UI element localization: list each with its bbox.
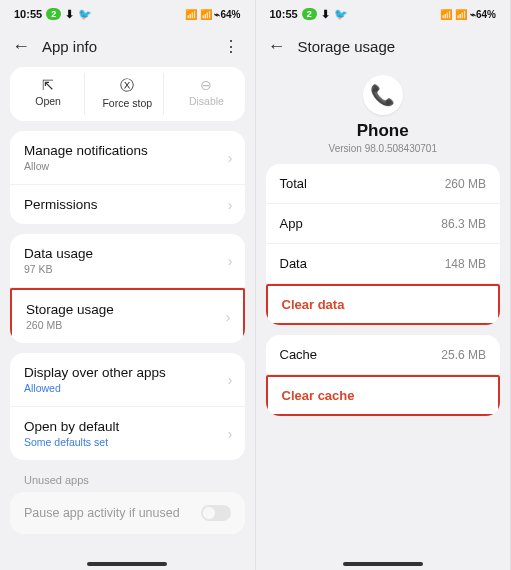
storage-usage-label: Storage usage — [26, 302, 229, 317]
back-icon[interactable]: ← — [12, 36, 30, 57]
open-by-default-sub: Some defaults set — [24, 436, 231, 448]
data-usage-label: Data usage — [24, 246, 231, 261]
notification-badge: 2 — [302, 8, 317, 20]
page-title: Storage usage — [298, 38, 499, 55]
download-icon: ⬇ — [65, 8, 74, 21]
storage-header: ← Storage usage — [256, 28, 511, 67]
disable-button: ⊖ Disable — [170, 73, 242, 115]
page-title: App info — [42, 38, 211, 55]
notifications-card: Manage notifications Allow › Permissions… — [10, 131, 245, 224]
chevron-right-icon: › — [226, 309, 231, 325]
force-stop-icon: ⓧ — [91, 77, 163, 95]
download-icon: ⬇ — [321, 8, 330, 21]
clear-data-highlight: Clear data — [266, 284, 501, 325]
status-time: 10:55 — [270, 8, 298, 20]
cache-row: Cache 25.6 MB — [266, 335, 501, 375]
usage-card: Data usage 97 KB › Storage usage 260 MB … — [10, 234, 245, 343]
total-value: 260 MB — [445, 177, 486, 191]
storage-usage-item[interactable]: Storage usage 260 MB › — [10, 288, 245, 343]
force-stop-label: Force stop — [102, 97, 152, 109]
permissions-item[interactable]: Permissions › — [10, 185, 245, 224]
app-name: Phone — [266, 121, 501, 141]
twitter-icon: 🐦 — [78, 8, 92, 21]
force-stop-button[interactable]: ⓧ Force stop — [91, 73, 164, 115]
clear-cache-button[interactable]: Clear cache — [268, 377, 499, 414]
chevron-right-icon: › — [228, 426, 233, 442]
app-row: App 86.3 MB — [266, 204, 501, 244]
navigation-bar[interactable] — [87, 562, 167, 566]
chevron-right-icon: › — [228, 372, 233, 388]
total-row: Total 260 MB — [266, 164, 501, 204]
permissions-label: Permissions — [24, 197, 231, 212]
navigation-bar[interactable] — [343, 562, 423, 566]
pause-label: Pause app activity if unused — [24, 506, 180, 520]
manage-notifications-item[interactable]: Manage notifications Allow › — [10, 131, 245, 185]
open-button[interactable]: ⇱ Open — [12, 73, 85, 115]
chevron-right-icon: › — [228, 253, 233, 269]
data-usage-item[interactable]: Data usage 97 KB › — [10, 234, 245, 288]
clear-data-button[interactable]: Clear data — [268, 286, 499, 323]
app-actions-row: ⇱ Open ⓧ Force stop ⊖ Disable — [10, 67, 245, 121]
app-info-header: ← App info ⋮ — [0, 28, 255, 67]
display-over-item[interactable]: Display over other apps Allowed › — [10, 353, 245, 407]
app-label: App — [280, 216, 303, 231]
data-value: 148 MB — [445, 257, 486, 271]
disable-label: Disable — [189, 95, 224, 107]
back-icon[interactable]: ← — [268, 36, 286, 57]
cache-card: Cache 25.6 MB Clear cache — [266, 335, 501, 416]
manage-notifications-sub: Allow — [24, 160, 231, 172]
data-row: Data 148 MB — [266, 244, 501, 284]
storage-usage-screen: 10:55 2 ⬇ 🐦 📶 📶 ⌁64% ← Storage usage 📞 P… — [256, 0, 512, 570]
display-over-label: Display over other apps — [24, 365, 231, 380]
data-usage-sub: 97 KB — [24, 263, 231, 275]
open-by-default-label: Open by default — [24, 419, 231, 434]
open-icon: ⇱ — [12, 77, 84, 93]
display-over-sub: Allowed — [24, 382, 231, 394]
status-bar: 10:55 2 ⬇ 🐦 📶 📶 ⌁64% — [256, 0, 511, 28]
app-value: 86.3 MB — [441, 217, 486, 231]
chevron-right-icon: › — [228, 150, 233, 166]
defaults-card: Display over other apps Allowed › Open b… — [10, 353, 245, 460]
manage-notifications-label: Manage notifications — [24, 143, 231, 158]
twitter-icon: 🐦 — [334, 8, 348, 21]
app-info-screen: 10:55 2 ⬇ 🐦 📶 📶 ⌁64% ← App info ⋮ ⇱ Open… — [0, 0, 256, 570]
status-bar: 10:55 2 ⬇ 🐦 📶 📶 ⌁64% — [0, 0, 255, 28]
cache-label: Cache — [280, 347, 318, 362]
pause-toggle[interactable] — [201, 505, 231, 521]
data-label: Data — [280, 256, 307, 271]
open-label: Open — [35, 95, 61, 107]
cache-value: 25.6 MB — [441, 348, 486, 362]
status-time: 10:55 — [14, 8, 42, 20]
status-right: 📶 📶 ⌁64% — [440, 9, 496, 20]
app-hero: 📞 Phone Version 98.0.508430701 — [266, 67, 501, 164]
pause-app-activity-row: Pause app activity if unused — [10, 492, 245, 534]
app-version: Version 98.0.508430701 — [266, 143, 501, 154]
chevron-right-icon: › — [228, 197, 233, 213]
storage-details-card: Total 260 MB App 86.3 MB Data 148 MB Cle… — [266, 164, 501, 325]
status-right: 📶 📶 ⌁64% — [185, 9, 241, 20]
more-icon[interactable]: ⋮ — [223, 37, 243, 56]
disable-icon: ⊖ — [170, 77, 242, 93]
total-label: Total — [280, 176, 307, 191]
phone-app-icon: 📞 — [363, 75, 403, 115]
unused-apps-label: Unused apps — [10, 470, 245, 492]
storage-usage-sub: 260 MB — [26, 319, 229, 331]
open-by-default-item[interactable]: Open by default Some defaults set › — [10, 407, 245, 460]
notification-badge: 2 — [46, 8, 61, 20]
clear-cache-highlight: Clear cache — [266, 375, 501, 416]
